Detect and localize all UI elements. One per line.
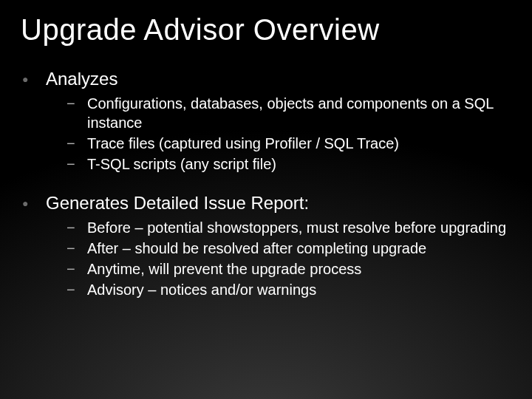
list-item-text: After – should be resolved after complet… <box>87 239 511 258</box>
list-item: − T-SQL scripts (any script file) <box>66 154 511 174</box>
bullet-icon: ● <box>21 67 46 91</box>
section-2: ● Generates Detailed Issue Report: <box>21 191 511 215</box>
dash-icon: − <box>66 259 87 279</box>
slide-title: Upgrade Advisor Overview <box>21 13 511 47</box>
list-item: − Configurations, databases, objects and… <box>66 94 511 132</box>
list-item: − Before – potential showstoppers, must … <box>66 218 511 237</box>
section-1-heading: Analyzes <box>46 67 117 91</box>
list-item: − After – should be resolved after compl… <box>66 239 511 258</box>
list-item-text: Advisory – notices and/or warnings <box>87 280 511 299</box>
list-item-text: Before – potential showstoppers, must re… <box>87 218 511 237</box>
dash-icon: − <box>66 94 87 113</box>
dash-icon: − <box>66 134 87 153</box>
list-item-text: Trace files (captured using Profiler / S… <box>87 134 511 153</box>
list-item-text: T-SQL scripts (any script file) <box>87 154 511 174</box>
section-2-heading: Generates Detailed Issue Report: <box>46 191 309 215</box>
dash-icon: − <box>66 280 87 299</box>
list-item: − Anytime, will prevent the upgrade proc… <box>66 259 511 279</box>
dash-icon: − <box>66 154 87 174</box>
list-item: − Advisory – notices and/or warnings <box>66 280 511 299</box>
dash-icon: − <box>66 218 87 237</box>
section-1: ● Analyzes <box>21 67 511 91</box>
section-2-sublist: − Before – potential showstoppers, must … <box>66 218 511 299</box>
list-item-text: Configurations, databases, objects and c… <box>87 94 511 132</box>
list-item-text: Anytime, will prevent the upgrade proces… <box>87 259 511 279</box>
dash-icon: − <box>66 239 87 258</box>
bullet-icon: ● <box>21 191 46 215</box>
section-1-sublist: − Configurations, databases, objects and… <box>66 94 511 174</box>
list-item: − Trace files (captured using Profiler /… <box>66 134 511 153</box>
